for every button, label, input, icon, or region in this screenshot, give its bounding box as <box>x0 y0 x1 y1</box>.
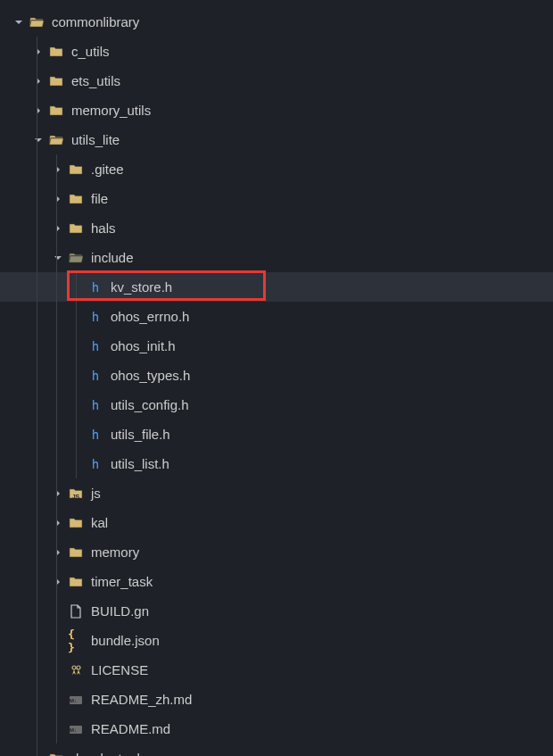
svg-point-2 <box>77 666 80 669</box>
chevron-right-icon[interactable] <box>32 752 45 757</box>
folder-icon <box>68 162 84 178</box>
chevron-down-icon[interactable] <box>52 252 64 264</box>
chevron-right-icon[interactable] <box>52 517 64 529</box>
folder-open-icon <box>48 132 64 148</box>
folder-icon <box>68 191 84 207</box>
tree-item[interactable]: c_utils <box>0 37 553 66</box>
tree-item[interactable]: include <box>0 243 553 272</box>
tree-item[interactable]: utils_lite <box>0 125 553 154</box>
tree-item-label: BUILD.gn <box>91 603 149 619</box>
tree-item-label: timer_task <box>91 574 153 589</box>
folder-js-icon: JS <box>68 486 84 502</box>
h-file-icon: h <box>87 338 103 354</box>
file-icon <box>68 603 84 619</box>
tree-item[interactable]: hutils_file.h <box>0 420 553 449</box>
tree-item[interactable]: kal <box>0 508 553 537</box>
tree-item[interactable]: BUILD.gn <box>0 596 553 626</box>
tree-item-label: utils_list.h <box>111 456 169 471</box>
svg-point-1 <box>72 666 76 669</box>
tree-item-label: include <box>91 250 134 265</box>
json-icon: { } <box>68 633 84 649</box>
tree-item[interactable]: commonlibrary <box>0 7 553 37</box>
tree-item-label: .gitee <box>91 162 124 177</box>
folder-open-dim-icon <box>68 250 84 266</box>
folder-icon <box>48 103 64 119</box>
tree-item[interactable]: hohos_types.h <box>0 361 553 390</box>
tree-item[interactable]: timer_task <box>0 567 553 596</box>
folder-open-icon <box>29 14 45 30</box>
folder-icon <box>48 73 64 89</box>
tree-item-label: developtools <box>71 751 146 756</box>
tree-item-label: ets_utils <box>71 73 120 88</box>
tree-item[interactable]: { }bundle.json <box>0 626 553 655</box>
tree-item[interactable]: hkv_store.h <box>0 272 553 302</box>
tree-item[interactable]: hohos_init.h <box>0 331 553 361</box>
tree-item[interactable]: hals <box>0 213 553 243</box>
tree-item-label: memory <box>91 544 139 560</box>
folder-icon <box>68 574 84 590</box>
h-file-icon: h <box>87 456 103 472</box>
tree-item[interactable]: M↓README_zh.md <box>0 685 553 714</box>
folder-icon <box>68 515 84 531</box>
tree-item-label: kal <box>91 515 108 530</box>
tree-item-label: ohos_types.h <box>111 368 190 383</box>
folder-icon <box>68 544 84 561</box>
tree-item[interactable]: file <box>0 184 553 213</box>
tree-item[interactable]: hutils_config.h <box>0 390 553 420</box>
h-file-icon: h <box>87 279 103 295</box>
h-file-icon: h <box>87 309 103 325</box>
markdown-icon: M↓ <box>68 692 84 708</box>
tree-item[interactable]: M↓README.md <box>0 714 553 744</box>
tree-item[interactable]: memory_utils <box>0 96 553 125</box>
tree-item-label: README.md <box>91 721 170 736</box>
h-file-icon: h <box>87 427 103 443</box>
chevron-down-icon[interactable] <box>32 134 45 146</box>
tree-item-label: file <box>91 191 108 206</box>
tree-item[interactable]: developtools <box>0 744 553 756</box>
tree-item-label: kv_store.h <box>111 279 172 295</box>
tree-item-label: hals <box>91 220 116 236</box>
chevron-right-icon[interactable] <box>32 46 45 58</box>
folder-icon <box>68 220 84 237</box>
tree-item-label: c_utils <box>71 44 110 59</box>
svg-text:M↓: M↓ <box>70 698 77 703</box>
h-file-icon: h <box>87 368 103 384</box>
markdown-icon: M↓ <box>68 721 84 737</box>
tree-item[interactable]: .gitee <box>0 154 553 184</box>
chevron-right-icon[interactable] <box>52 193 64 205</box>
tree-item[interactable]: LICENSE <box>0 655 553 685</box>
license-icon <box>68 662 84 678</box>
tree-item[interactable]: hohos_errno.h <box>0 302 553 331</box>
tree-item-label: commonlibrary <box>52 14 139 29</box>
tree-item-label: utils_config.h <box>111 397 189 412</box>
chevron-down-icon[interactable] <box>12 16 25 29</box>
svg-text:JS: JS <box>72 494 80 500</box>
tree-item[interactable]: hutils_list.h <box>0 449 553 478</box>
chevron-right-icon[interactable] <box>52 487 64 500</box>
chevron-right-icon[interactable] <box>52 546 64 559</box>
tree-item-label: bundle.json <box>91 633 160 648</box>
folder-open-partial-icon <box>48 751 64 757</box>
tree-item[interactable]: JSjs <box>0 478 553 508</box>
tree-item-label: js <box>91 486 101 501</box>
tree-item-label: ohos_errno.h <box>111 309 189 324</box>
tree-item-label: README_zh.md <box>91 692 192 707</box>
svg-text:M↓: M↓ <box>70 727 77 733</box>
h-file-icon: h <box>87 397 103 413</box>
tree-item[interactable]: memory <box>0 537 553 567</box>
chevron-right-icon[interactable] <box>52 222 64 235</box>
chevron-right-icon[interactable] <box>32 104 45 117</box>
tree-item-label: ohos_init.h <box>111 338 176 353</box>
chevron-right-icon[interactable] <box>32 75 45 87</box>
tree-item-label: LICENSE <box>91 662 148 677</box>
tree-item-label: utils_lite <box>71 132 120 147</box>
folder-icon <box>48 44 64 60</box>
tree-item-label: utils_file.h <box>111 427 170 442</box>
chevron-right-icon[interactable] <box>52 163 64 176</box>
tree-item-label: memory_utils <box>71 103 151 118</box>
tree-item[interactable]: ets_utils <box>0 66 553 96</box>
chevron-right-icon[interactable] <box>52 576 64 588</box>
